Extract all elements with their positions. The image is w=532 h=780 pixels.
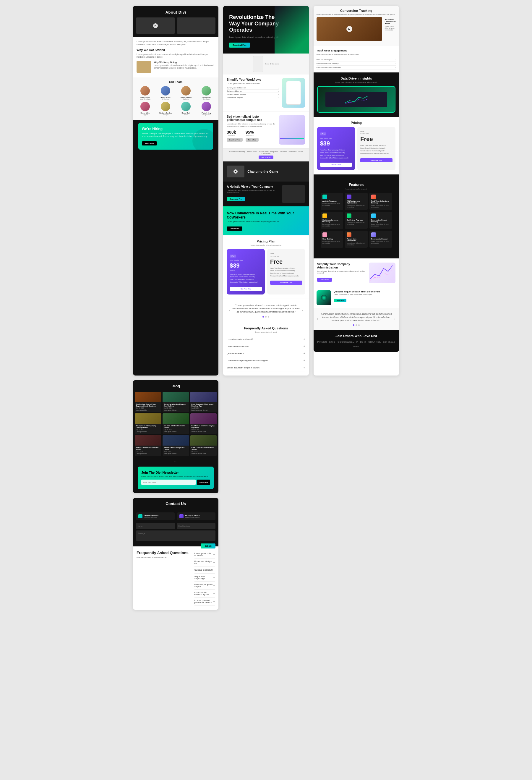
blog-item-9[interactable]: Craft Food Discoveries: New Trends Oct 5… [190, 435, 217, 456]
contact-faq-plus-4: + [213, 576, 215, 579]
role-paula: Design Lead [197, 114, 215, 115]
blog-item-6[interactable]: Real House Cleaners: Staying Organized S… [190, 413, 217, 434]
dot-3[interactable] [268, 316, 269, 318]
join-logo-3: COCOSWELL [337, 341, 354, 343]
blog-meta-6: Sep 28, 2023 [192, 429, 216, 431]
contact-name-input[interactable] [136, 523, 175, 529]
funnel-icon [371, 213, 376, 218]
contact-submit-btn[interactable]: Submit [201, 543, 215, 548]
holistic-btn[interactable]: Download Free [227, 197, 245, 201]
play-icon[interactable]: ▶ [153, 23, 158, 28]
basic-right-btn[interactable]: Download Free [360, 158, 392, 162]
quisque-sub: Lorem ipsum dolor sit amet consectetur a… [334, 294, 396, 296]
conversion-header-inner: ▶ Increased Conversion Rates Lorem ipsum… [317, 17, 396, 43]
faq-item-1[interactable]: Lorem ipsum dolor sit amet? + [227, 336, 305, 343]
testimonial-right-prev[interactable]: ‹ [317, 317, 318, 321]
feature-desc-4: Lorem ipsum dolor sit amet consectetur [322, 223, 341, 227]
goal-icon [322, 232, 327, 237]
faq-item-3[interactable]: Quisque et amet ut? + [227, 350, 305, 357]
contact-message-input[interactable] [136, 530, 215, 541]
feature-item-2: A/B Testing and Optimization Lorem ipsum… [345, 193, 367, 210]
hiring-btn[interactable]: Read More [142, 141, 157, 145]
feature-name-2: A/B Testing and Optimization [347, 200, 366, 204]
quisque-btn[interactable]: Learn More [334, 299, 347, 302]
contact-faq-1[interactable]: Lorem ipsum dolor sit amet? + [195, 550, 215, 558]
feature-item-4: Cart Abandonment Recovery Lorem ipsum do… [321, 212, 343, 229]
team-section: Our Team Mika Escher Lead Developer Henr… [133, 78, 218, 120]
blog-item-2[interactable]: Becoming Wedding Planner: How It's Done … [163, 392, 189, 412]
blog-item-3[interactable]: Door Removals: Moving and Handling Tips … [190, 392, 217, 412]
blog-item-5[interactable]: Cat Day: All About Cats and Kittens Sep … [163, 413, 189, 434]
contact-faq-6[interactable]: Curabitur non euismod ligula? + [195, 590, 215, 597]
contact-faq-7[interactable]: In proin praesent pulvinar sit metus? + [195, 597, 215, 605]
testimonial-right-next[interactable]: › [394, 317, 395, 321]
collaborate-btn[interactable]: Get Started [227, 227, 242, 231]
testimonial-next[interactable]: › [302, 309, 303, 312]
basic-price: Free [270, 258, 302, 265]
conv-arrow-3: › [395, 66, 396, 68]
avatar-taylor [181, 86, 191, 96]
revolution-btn[interactable]: Download Free [229, 43, 250, 48]
contact-option-1[interactable]: General Inquiries info@example.com [136, 513, 175, 520]
simplify-image [282, 78, 305, 108]
blog-img-5 [163, 413, 189, 424]
newsletter-email-input[interactable] [141, 480, 196, 485]
stat2-btn[interactable]: Take A Tour [246, 138, 259, 142]
changing-play-icon[interactable]: ▶ [233, 169, 237, 174]
conversion-play-icon[interactable]: ▶ [347, 26, 352, 32]
blog-title: Blog [171, 384, 180, 388]
contact-faq-3[interactable]: Quisque et amet ut? + [195, 567, 215, 574]
exit-icon [347, 213, 352, 218]
faq-item-4[interactable]: Lorem dolor adipiscing in commodo congue… [227, 357, 305, 364]
blog-header: Blog [133, 380, 218, 391]
pro-btn[interactable]: Get Free Trial [230, 287, 262, 291]
stat-2: 95% Satisfaction Take A Tour [246, 130, 259, 142]
avatar-barbara [161, 102, 170, 111]
faq-mid-section: Frequently Asked Questions Lorem ipsum d… [223, 322, 309, 376]
contact-faq-5[interactable]: Pellentesque ipsum adipis? + [195, 582, 215, 590]
avatar-henry [161, 86, 170, 96]
why-keep-going-text: Lorem ipsum dolor sit amet consectetur a… [154, 64, 215, 69]
sed-text: Sed vitae nulla et justo pellentesque co… [227, 115, 275, 145]
rdot-1[interactable] [353, 324, 354, 326]
faq-item-5[interactable]: Sed sit accumsan tempor in blandit? + [227, 364, 305, 371]
contact-card: Contact Us General Inquiries info@exampl… [133, 498, 218, 610]
feature-item-9: Community Support Lorem ipsum dolor sit … [369, 231, 392, 248]
role-taylor: Marketing [177, 98, 195, 100]
app-phone-mockup [253, 56, 263, 72]
sed-section: Sed vitae nulla et justo pellentesque co… [223, 111, 309, 148]
contact-faq-4[interactable]: Alique amet adipiscing? + [195, 574, 215, 582]
why-keep-going-row: Why We Keep Going Lorem ipsum dolor sit … [137, 61, 215, 73]
about-image-1: ▶ [136, 17, 175, 34]
pricing-mid-sub: Lorem ipsum dolor sit amet consectetur [227, 244, 305, 246]
blog-item-4[interactable]: Smartphone Photography: Getting Started … [135, 413, 161, 434]
changing-section: ▶ Changing the Game [223, 161, 309, 182]
stat1-btn[interactable]: Download Free [227, 138, 243, 142]
blog-title-2: Becoming Wedding Planner: How It's Done [164, 403, 188, 407]
features-btn[interactable]: Get Started [259, 155, 274, 159]
testimonial-prev[interactable]: ‹ [229, 309, 230, 312]
contact-option-2[interactable]: Technical Support support@example.com [177, 513, 216, 520]
admin-btn[interactable]: Learn More [317, 278, 332, 282]
conv-arrow-1: › [395, 59, 396, 61]
rdot-2[interactable] [356, 324, 357, 326]
newsletter-submit-btn[interactable]: Subscribe [197, 480, 210, 485]
contact-email-input[interactable] [177, 523, 216, 529]
basic-btn[interactable]: Download Free [270, 281, 302, 285]
faq-item-2[interactable]: Donec sed tristique nut? + [227, 343, 305, 350]
pricing-right-cards: Pro most popular plan $39 Keep Your Team… [317, 127, 395, 170]
blog-item-1[interactable]: The Decline. Journal Your Opportunities … [135, 392, 161, 412]
contact-faq-q2: Donec sed tristique nut? [195, 560, 213, 565]
pro-right-btn[interactable]: Get Free Trial [320, 163, 352, 167]
contact-faq-2[interactable]: Donec sed tristique nut? + [195, 558, 215, 567]
testimonial-right-dots [320, 324, 393, 326]
dot-1[interactable] [262, 316, 264, 318]
rdot-3[interactable] [358, 324, 360, 326]
leaf-decoration [193, 129, 213, 150]
blog-item-5-text: Cat Day: All About Cats and Kittens Sep … [163, 424, 189, 434]
blog-item-7[interactable]: Market Conclusions: Finance Trends Oct 1… [135, 435, 161, 456]
feature-name-5: Exit Intent Pop-ups [347, 219, 366, 221]
dot-2[interactable] [265, 316, 267, 318]
blog-item-8[interactable]: Modern Office: Design and Layout Oct 3, … [163, 435, 189, 456]
feature-name-3: Real-Time Behavioral Scoring [371, 200, 390, 204]
